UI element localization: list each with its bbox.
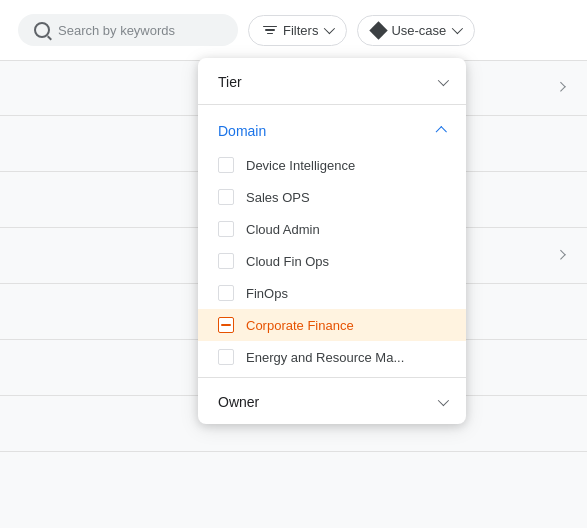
tier-section-header[interactable]: Tier	[198, 58, 466, 104]
energy-resource-label: Energy and Resource Ma...	[246, 350, 404, 365]
owner-section-header[interactable]: Owner	[198, 382, 466, 424]
cloud-fin-ops-label: Cloud Fin Ops	[246, 254, 329, 269]
device-intelligence-label: Device Intelligence	[246, 158, 355, 173]
energy-resource-checkbox[interactable]	[218, 349, 234, 365]
filters-chevron-icon	[324, 23, 335, 34]
domain-label: Domain	[218, 123, 266, 139]
owner-chevron-icon	[438, 395, 449, 406]
dropdown-panel: Tier Domain Device Intelligence Sales OP…	[198, 58, 466, 424]
diamond-icon	[370, 21, 388, 39]
filter-icon	[263, 26, 277, 35]
corporate-finance-checkbox-icon	[220, 319, 232, 331]
search-box[interactable]: Search by keywords	[18, 14, 238, 46]
domain-item-sales-ops[interactable]: Sales OPS	[198, 181, 466, 213]
top-bar: Search by keywords Filters Use-case	[0, 0, 587, 61]
filters-button[interactable]: Filters	[248, 15, 347, 46]
usecase-button[interactable]: Use-case	[357, 15, 475, 46]
domain-section-header[interactable]: Domain	[198, 113, 466, 149]
svg-rect-0	[221, 324, 231, 326]
chevron-right-icon-4	[555, 250, 565, 260]
domain-item-device-intelligence[interactable]: Device Intelligence	[198, 149, 466, 181]
device-intelligence-checkbox[interactable]	[218, 157, 234, 173]
corporate-finance-checkbox[interactable]	[218, 317, 234, 333]
cloud-admin-label: Cloud Admin	[246, 222, 320, 237]
domain-chevron-icon	[436, 126, 447, 137]
domain-item-cloud-fin-ops[interactable]: Cloud Fin Ops	[198, 245, 466, 277]
filter-line-2	[265, 29, 275, 31]
owner-label: Owner	[218, 394, 259, 410]
sales-ops-checkbox[interactable]	[218, 189, 234, 205]
usecase-label: Use-case	[391, 23, 446, 38]
tier-chevron-icon	[438, 75, 449, 86]
usecase-chevron-icon	[452, 23, 463, 34]
search-placeholder: Search by keywords	[58, 23, 175, 38]
domain-item-finops[interactable]: FinOps	[198, 277, 466, 309]
owner-section: Owner	[198, 378, 466, 424]
sales-ops-label: Sales OPS	[246, 190, 310, 205]
row-chevron-4	[553, 248, 569, 264]
cloud-admin-checkbox[interactable]	[218, 221, 234, 237]
tier-label: Tier	[218, 74, 242, 90]
filters-label: Filters	[283, 23, 318, 38]
domain-item-energy-resource[interactable]: Energy and Resource Ma...	[198, 341, 466, 373]
row-chevron-1	[553, 80, 569, 96]
chevron-right-icon-1	[555, 82, 565, 92]
filter-line-1	[263, 26, 277, 28]
domain-item-corporate-finance[interactable]: Corporate Finance	[198, 309, 466, 341]
filter-line-3	[267, 33, 273, 35]
cloud-fin-ops-checkbox[interactable]	[218, 253, 234, 269]
finops-label: FinOps	[246, 286, 288, 301]
domain-item-cloud-admin[interactable]: Cloud Admin	[198, 213, 466, 245]
search-icon	[34, 22, 50, 38]
domain-section: Domain Device Intelligence Sales OPS Clo…	[198, 105, 466, 377]
corporate-finance-label: Corporate Finance	[246, 318, 354, 333]
finops-checkbox[interactable]	[218, 285, 234, 301]
